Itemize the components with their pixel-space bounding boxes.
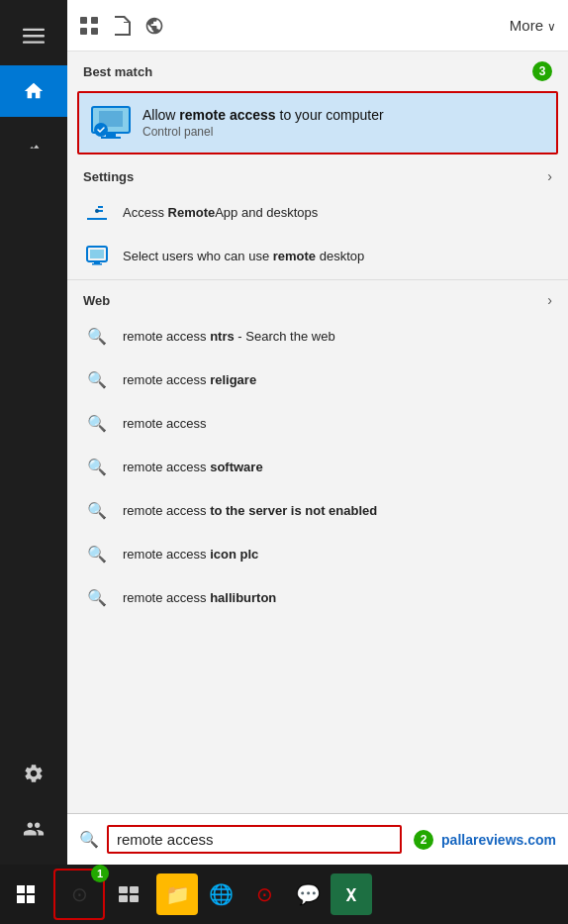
best-match-icon (91, 103, 131, 143)
search-web-icon-4: 🔍 (83, 453, 111, 480)
best-match-item-subtitle: Control panel (142, 125, 544, 139)
taskbar-search-button[interactable]: ⊙ 1 (53, 869, 105, 920)
settings-item-2-icon (83, 242, 111, 269)
taskview-button[interactable] (105, 865, 152, 924)
best-match-header: Best match 3 (67, 51, 568, 87)
web-item-4-text: remote access software (123, 460, 263, 474)
whatsapp-icon: 💬 (296, 882, 321, 906)
divider-1 (67, 279, 568, 280)
search-results-panel: More ∨ Best match 3 (67, 0, 568, 865)
svg-point-12 (95, 209, 99, 213)
web-item-2[interactable]: 🔍 remote access religare (67, 358, 568, 401)
svg-rect-17 (119, 886, 128, 893)
svg-rect-0 (23, 29, 45, 31)
search-badge-container: 2 (414, 830, 433, 850)
opera-icon: ⊙ (256, 882, 273, 906)
settings-item-1-icon (83, 198, 111, 226)
settings-item-2-text: Select users who can use remote desktop (123, 249, 364, 263)
svg-rect-9 (106, 133, 116, 137)
taskbar: ⊙ 1 📁 🌐 ⊙ 💬 X (0, 865, 568, 924)
svg-rect-20 (130, 895, 139, 902)
svg-rect-6 (91, 28, 98, 35)
home-icon (23, 80, 45, 102)
taskbar-files[interactable]: 📁 (156, 873, 198, 915)
web-arrow: › (547, 292, 552, 308)
taskbar-opera[interactable]: ⊙ (243, 873, 285, 915)
svg-rect-10 (101, 137, 121, 139)
taskbar-apps: 📁 🌐 ⊙ 💬 X (152, 873, 568, 915)
settings-arrow: › (547, 168, 552, 184)
settings-item-2[interactable]: Select users who can use remote desktop (67, 234, 568, 277)
excel-icon: X (346, 884, 357, 905)
more-label: More (510, 17, 543, 34)
best-match-item-title: Allow remote access to your computer (142, 107, 544, 123)
svg-rect-2 (23, 42, 45, 44)
best-match-text: Allow remote access to your computer Con… (142, 107, 544, 139)
settings-item-1[interactable]: Access RemoteApp and desktops (67, 190, 568, 234)
best-match-badge: 3 (532, 61, 552, 81)
svg-rect-15 (94, 261, 100, 263)
web-item-6[interactable]: 🔍 remote access icon plc (67, 532, 568, 575)
web-item-3-text: remote access (123, 416, 207, 431)
sidebar-item-media[interactable] (0, 121, 67, 172)
svg-rect-19 (119, 895, 128, 902)
sidebar-item-people[interactable] (0, 803, 67, 855)
web-item-1[interactable]: 🔍 remote access ntrs - Search the web (67, 314, 568, 358)
web-item-2-text: remote access religare (123, 372, 256, 387)
web-item-3[interactable]: 🔍 remote access (67, 401, 568, 445)
search-query[interactable]: remote access (107, 825, 402, 854)
web-item-7-text: remote access halliburton (123, 590, 276, 605)
search-web-icon-6: 🔍 (83, 540, 111, 567)
settings-item-1-text: Access RemoteApp and desktops (123, 205, 318, 220)
search-web-icon-5: 🔍 (83, 496, 111, 524)
results-area: Best match 3 (67, 51, 568, 865)
web-header: Web › (67, 282, 568, 314)
svg-rect-18 (130, 886, 139, 893)
sidebar-item-home[interactable] (0, 65, 67, 117)
web-item-5[interactable]: 🔍 remote access to the server is not ena… (67, 488, 568, 532)
hamburger-icon (23, 25, 45, 47)
search-web-icon-2: 🔍 (83, 365, 111, 393)
people-icon (23, 818, 45, 840)
globe-icon[interactable] (144, 16, 164, 36)
svg-rect-1 (23, 35, 45, 37)
search-web-icon-3: 🔍 (83, 409, 111, 437)
taskbar-whatsapp[interactable]: 💬 (287, 873, 329, 915)
document-icon[interactable] (113, 16, 131, 36)
taskbar-chrome[interactable]: 🌐 (200, 873, 241, 915)
search-web-icon-7: 🔍 (83, 583, 111, 611)
svg-rect-5 (80, 28, 87, 35)
svg-rect-3 (80, 17, 87, 24)
photo-icon (23, 136, 45, 157)
best-match-title: Best match (83, 64, 152, 79)
chrome-icon: 🌐 (209, 882, 234, 906)
svg-rect-14 (90, 250, 104, 258)
search-web-icon-1: 🔍 (83, 322, 111, 350)
app-grid-icon[interactable] (79, 16, 99, 36)
sidebar (0, 0, 67, 865)
toolbar: More ∨ (67, 0, 568, 51)
gear-icon (23, 763, 45, 784)
start-button[interactable] (0, 865, 51, 924)
search-icon: 🔍 (79, 830, 99, 849)
taskbar-excel[interactable]: X (331, 873, 372, 915)
settings-title: Settings (83, 169, 134, 184)
windows-logo (17, 885, 35, 903)
chevron-down-icon: ∨ (547, 20, 556, 34)
settings-header: Settings › (67, 158, 568, 190)
web-item-4[interactable]: 🔍 remote access software (67, 445, 568, 488)
web-item-5-text: remote access to the server is not enabl… (123, 503, 377, 518)
sidebar-item-settings[interactable] (0, 748, 67, 799)
search-box: 🔍 remote access 2 pallareviews.com (67, 813, 568, 865)
web-item-7[interactable]: 🔍 remote access halliburton (67, 575, 568, 619)
search-badge: 2 (414, 830, 433, 850)
taskview-icon (119, 886, 139, 902)
watermark: pallareviews.com (441, 832, 556, 848)
best-match-item[interactable]: Allow remote access to your computer Con… (77, 91, 558, 154)
svg-rect-16 (92, 263, 102, 265)
web-item-6-text: remote access icon plc (123, 547, 258, 562)
svg-rect-4 (91, 17, 98, 24)
sidebar-hamburger[interactable] (0, 10, 67, 61)
more-button[interactable]: More ∨ (510, 17, 556, 34)
files-icon: 📁 (165, 882, 190, 906)
